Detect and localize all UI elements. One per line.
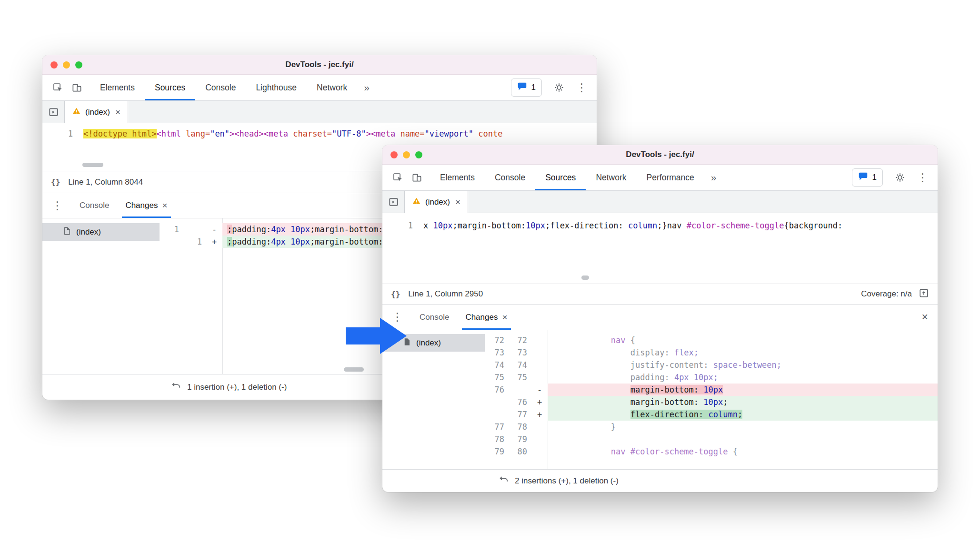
code-segment: charset= [288,129,332,138]
horizontal-scrollbar[interactable] [581,276,589,280]
diff-new-line-number: 73 [509,346,531,359]
diff-new-line-number: 76 [509,396,531,408]
panel-tab-console[interactable]: Console [195,75,246,100]
close-file-tab-icon[interactable]: × [114,107,120,118]
code-segment: padding: [630,373,674,382]
show-navigator-icon[interactable] [42,101,65,123]
close-window-button[interactable] [390,151,398,158]
tab-label: Changes [125,201,158,210]
diff-new-line-number: 78 [509,421,531,433]
drawer-tab-changes[interactable]: Changes× [117,193,175,218]
close-file-tab-icon[interactable]: × [454,197,460,207]
changes-file-item-selected[interactable]: (index) [42,223,160,241]
tab-label: Console [495,173,525,183]
diff-new-line-number: 1 [183,236,206,248]
panel-tab-console[interactable]: Console [485,165,535,190]
code-segment: column [709,410,738,419]
main-menu-icon[interactable]: ⋮ [576,82,587,93]
code-segment: ; [227,225,232,234]
sources-file-tabbar: (index) × [42,101,597,123]
show-navigator-icon[interactable] [382,191,405,213]
diff-row-add: 76+ margin-bottom: 10px; [485,396,938,408]
panel-tab-performance[interactable]: Performance [637,165,704,190]
tab-label: Network [596,173,626,183]
zoom-window-button[interactable] [75,61,82,69]
code-segment: nav [611,335,630,345]
tab-label: Console [80,201,109,210]
panel-tabs: ElementsSourcesConsoleLighthouseNetwork [90,75,357,100]
inspect-element-icon[interactable] [388,165,407,190]
diff-row-ctx: 7879 [485,433,938,445]
diff-new-line-number: 75 [509,371,531,384]
diff-old-line-number: 1 [160,223,183,236]
diff-code: display: flex; [548,346,938,359]
desktop-background: DevTools - jec.fyi/ ElementsSourcesConso… [0,0,980,551]
more-tabs-icon[interactable]: » [704,165,723,190]
main-menu-icon[interactable]: ⋮ [917,172,928,183]
close-tab-icon[interactable]: × [502,312,507,323]
window-controls [382,151,422,158]
close-drawer-icon[interactable]: × [917,305,933,330]
code-segment: ;margin-bottom: [310,225,383,234]
code-segment: flex; [674,348,699,357]
panel-tab-elements[interactable]: Elements [430,165,485,190]
diff-row-ctx: 7474 justify-content: space-between; [485,359,938,371]
code-segment: 10px [290,225,310,234]
code-segment: > [230,129,234,138]
panel-tab-elements[interactable]: Elements [90,75,145,100]
panel-tab-sources[interactable]: Sources [145,75,195,100]
revert-icon[interactable] [171,381,181,394]
device-toolbar-icon[interactable] [407,165,426,190]
issues-counter-button[interactable]: 1 [511,79,542,97]
code-segment [552,385,630,394]
panel-tab-network[interactable]: Network [586,165,636,190]
code-segment: margin-bottom: [630,397,704,407]
format-braces-icon[interactable]: {} [51,177,60,187]
minimize-window-button[interactable] [63,61,70,69]
code-segment: { [630,335,635,345]
horizontal-scrollbar[interactable] [82,163,103,167]
more-tabs-icon[interactable]: » [357,75,376,100]
file-tab-index[interactable]: (index) × [65,101,128,123]
reveal-panel-icon[interactable] [919,288,929,301]
device-toolbar-icon[interactable] [67,75,86,100]
zoom-window-button[interactable] [415,151,422,158]
code-segment: space-between; [713,360,781,370]
code-segment: padding: [232,237,271,246]
diff-horizontal-scrollbar[interactable] [344,367,364,372]
issues-chat-icon [517,81,527,94]
drawer-tab-console[interactable]: Console [411,305,457,330]
diff-marker: + [531,408,548,421]
source-editor[interactable]: 1 x 10px;margin-bottom:10px;flex-directi… [382,213,938,284]
code-segment: x [423,221,433,230]
settings-gear-icon[interactable] [550,82,569,93]
panel-tab-network[interactable]: Network [307,75,357,100]
diff-old-line-number [160,236,183,248]
inspect-element-icon[interactable] [48,75,67,100]
format-braces-icon[interactable]: {} [391,290,400,299]
diff-new-line-number: 72 [509,334,531,346]
diff-marker: - [531,384,548,396]
diff-row-ctx: 7373 display: flex; [485,346,938,359]
changes-file-list: (index) [42,218,160,374]
diff-marker [531,346,548,359]
code-segment: 10px [290,237,310,246]
diff-code: justify-content: space-between; [548,359,938,371]
close-window-button[interactable] [50,61,58,69]
tab-label: Changes [465,313,498,322]
drawer-tab-changes[interactable]: Changes× [457,305,515,330]
settings-gear-icon[interactable] [890,172,910,183]
minimize-window-button[interactable] [403,151,410,158]
panel-tab-sources[interactable]: Sources [535,165,586,190]
revert-icon[interactable] [499,474,509,487]
drawer-menu-icon[interactable]: ⋮ [47,193,68,218]
changes-summary-bar: 2 insertions (+), 1 deletion (-) [382,469,938,492]
issues-chat-icon [858,171,868,184]
panel-tab-lighthouse[interactable]: Lighthouse [246,75,307,100]
issues-counter-button[interactable]: 1 [852,168,883,187]
file-tab-index[interactable]: (index) × [405,191,468,213]
drawer-tab-console[interactable]: Console [71,193,117,218]
close-tab-icon[interactable]: × [162,200,167,211]
diff-view[interactable]: 7272 nav {7373 display: flex;7474 justif… [485,330,938,469]
diff-marker [531,433,548,445]
